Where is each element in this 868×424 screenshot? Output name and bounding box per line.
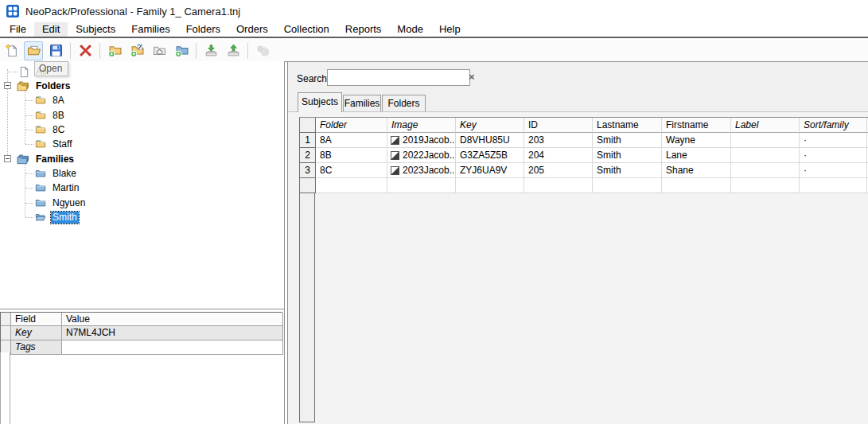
add-family-folder-button[interactable] (172, 41, 191, 60)
column-header-key[interactable]: Key (456, 118, 524, 133)
tree-item-8a[interactable]: 8A (0, 93, 66, 107)
tab-folders[interactable]: Folders (382, 95, 426, 112)
tree-item-smith[interactable]: Smith (0, 210, 79, 224)
properties-row-header[interactable] (1, 326, 11, 340)
add-family-folder-icon (175, 44, 189, 57)
menu-file[interactable]: File (2, 22, 34, 37)
tree-item-label: 8B (51, 110, 66, 122)
image-filename: 2019Jacob... (403, 133, 456, 147)
properties-value-key[interactable]: N7ML4JCH (62, 326, 283, 340)
column-header-firstname[interactable]: Firstname (662, 118, 731, 133)
tree-item-8c[interactable]: 8C (0, 123, 66, 137)
column-header-folder[interactable]: Folder (316, 118, 387, 133)
menu-collection[interactable]: Collection (276, 22, 337, 37)
delete-button[interactable] (76, 41, 95, 60)
cell-firstname[interactable]: Shane (662, 163, 731, 178)
menu-help[interactable]: Help (431, 22, 469, 37)
menu-families[interactable]: Families (123, 22, 177, 37)
properties-header-field[interactable]: Field (11, 313, 62, 326)
open-button[interactable] (24, 41, 43, 60)
menu-reports[interactable]: Reports (337, 22, 390, 37)
tree-item-blake[interactable]: Blake (0, 166, 78, 181)
cell-id[interactable]: 203 (524, 133, 593, 148)
table-corner-cell (300, 118, 316, 133)
menu-mode[interactable]: Mode (389, 22, 431, 37)
column-header-image[interactable]: Image (387, 118, 456, 133)
tree-item-staff[interactable]: Staff (0, 137, 73, 151)
tab-families[interactable]: Families (343, 95, 381, 112)
empty-cell (800, 178, 867, 193)
clear-search-icon[interactable]: × (469, 71, 475, 83)
image-thumbnail-icon (391, 151, 399, 160)
search-input[interactable] (327, 69, 470, 86)
tab-strip-line (288, 111, 868, 112)
cell-image[interactable]: 2019Jacob... (387, 133, 456, 148)
cell-key[interactable]: ZYJ6UA9V (456, 163, 524, 178)
cell-sort-family[interactable]: · (800, 133, 867, 148)
properties-field-key[interactable]: Key (11, 326, 62, 340)
settings-button[interactable] (253, 41, 272, 60)
cell-key[interactable]: D8VHU85U (456, 133, 524, 148)
cell-image[interactable]: 2023Jacob... (387, 163, 456, 178)
cell-lastname[interactable]: Smith (593, 163, 662, 178)
cell-folder[interactable]: 8B (316, 148, 387, 163)
import-button[interactable] (201, 41, 220, 60)
empty-cell (316, 178, 387, 193)
row-number-cell[interactable]: 3 (300, 163, 316, 178)
cell-folder[interactable]: 8A (316, 133, 387, 148)
home-folder-button[interactable] (150, 41, 169, 60)
menu-orders[interactable]: Orders (228, 22, 276, 37)
export-button[interactable] (224, 41, 243, 60)
cell-key[interactable]: G3ZA5Z5B (456, 148, 524, 163)
collapse-expander-icon[interactable] (4, 82, 11, 89)
row-number-cell[interactable]: 1 (300, 133, 316, 148)
empty-cell (662, 178, 731, 193)
tab-subjects[interactable]: Subjects (298, 92, 342, 112)
properties-field-tags[interactable]: Tags (11, 340, 62, 355)
menu-subjects[interactable]: Subjects (68, 22, 123, 37)
cell-label[interactable] (731, 148, 800, 163)
tree-item-label: Blake (51, 168, 78, 180)
empty-cell (593, 178, 662, 193)
cell-firstname[interactable]: Wayne (662, 133, 731, 148)
cell-lastname[interactable]: Smith (593, 148, 662, 163)
cell-label[interactable] (731, 163, 800, 178)
column-header-sort-family[interactable]: Sort/family (800, 118, 867, 133)
tree-item-8b[interactable]: 8B (0, 108, 66, 123)
cell-id[interactable]: 204 (524, 148, 593, 163)
cell-image[interactable]: 2022Jacob... (387, 148, 456, 163)
menu-folders[interactable]: Folders (178, 22, 228, 37)
cell-label[interactable] (731, 133, 800, 148)
cell-id[interactable]: 205 (524, 163, 593, 178)
properties-header-value[interactable]: Value (62, 313, 283, 326)
cell-sort-family[interactable]: · (800, 148, 867, 163)
properties-value-tags[interactable] (62, 340, 283, 355)
empty-cell (731, 178, 800, 193)
tree-item-label: Ngyuen (51, 197, 87, 209)
empty-cell (524, 178, 593, 193)
row-header-strip (299, 193, 315, 422)
cell-firstname[interactable]: Lane (662, 148, 731, 163)
column-header-label[interactable]: Label (731, 118, 800, 133)
cell-sort-family[interactable]: · (800, 163, 867, 178)
menu-edit[interactable]: Edit (34, 22, 68, 37)
tree-item-families[interactable]: Families (0, 152, 76, 166)
folder-icon (34, 110, 47, 121)
add-folder-template-button[interactable] (127, 41, 146, 60)
cell-lastname[interactable]: Smith (593, 133, 662, 148)
new-document-button[interactable] (2, 41, 21, 60)
column-header-lastname[interactable]: Lastname (593, 118, 662, 133)
tree-item-martin[interactable]: Martin (0, 181, 80, 195)
add-folder-button[interactable] (105, 41, 124, 60)
row-number-cell[interactable]: 2 (300, 148, 316, 163)
save-button[interactable] (46, 41, 65, 60)
column-header-id[interactable]: ID (524, 118, 593, 133)
empty-cell (387, 178, 456, 193)
collapse-expander-icon[interactable] (4, 155, 11, 162)
tree-item-ngyuen[interactable]: Ngyuen (0, 196, 87, 210)
tree-item-folders[interactable]: Folders (0, 79, 72, 93)
cell-folder[interactable]: 8C (316, 163, 387, 178)
save-icon (49, 44, 63, 57)
image-filename: 2022Jacob... (403, 148, 456, 162)
row-number-cell[interactable] (300, 178, 316, 193)
